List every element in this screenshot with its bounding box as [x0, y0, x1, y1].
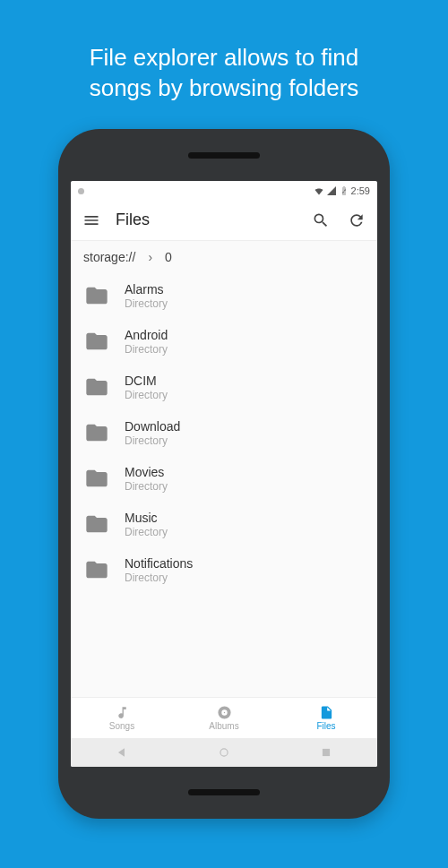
folder-icon-wrap [83, 328, 110, 355]
file-text: MoviesDirectory [125, 465, 168, 493]
folder-icon [84, 511, 109, 537]
sys-back-button[interactable] [104, 743, 140, 761]
battery-icon [339, 185, 349, 196]
file-icon [319, 705, 334, 720]
folder-icon [84, 283, 109, 308]
file-row[interactable]: NotificationsDirectory [71, 547, 377, 593]
file-text: NotificationsDirectory [125, 556, 193, 584]
file-row[interactable]: DownloadDirectory [71, 410, 377, 456]
file-subtitle: Directory [125, 297, 168, 310]
tab-label: Files [316, 721, 335, 731]
file-row[interactable]: AlarmsDirectory [71, 273, 377, 319]
tab-label: Albums [209, 721, 238, 731]
hamburger-icon [82, 211, 100, 229]
svg-point-0 [220, 749, 228, 756]
folder-icon-wrap [83, 465, 110, 492]
hamburger-menu-button[interactable] [80, 209, 103, 232]
file-name: Download [125, 419, 180, 434]
status-left [78, 185, 84, 196]
bottom-nav: Songs Albums Files [71, 697, 377, 738]
sys-recent-button[interactable] [308, 743, 344, 761]
search-icon [312, 211, 330, 229]
file-name: Android [125, 328, 168, 342]
folder-icon-wrap [83, 419, 110, 446]
breadcrumb-current: 0 [165, 250, 172, 264]
square-recent-icon [320, 746, 332, 759]
tab-files[interactable]: Files [275, 698, 377, 738]
cell-signal-icon [326, 185, 337, 196]
promo-caption: File explorer allows to find songs by br… [63, 43, 386, 104]
file-subtitle: Directory [125, 434, 180, 447]
folder-icon [84, 329, 109, 354]
page-title: Files [116, 211, 297, 229]
status-bar: 2:59 [71, 181, 377, 201]
app-bar: Files [71, 201, 377, 240]
folder-icon [84, 374, 109, 400]
status-dot-icon [78, 188, 84, 194]
folder-icon [84, 557, 109, 582]
triangle-back-icon [116, 746, 128, 759]
tab-albums[interactable]: Albums [173, 698, 275, 738]
search-button[interactable] [309, 209, 332, 232]
svg-rect-1 [323, 749, 330, 756]
folder-icon-wrap [83, 556, 110, 583]
speaker-top [188, 152, 260, 159]
folder-icon [84, 420, 109, 445]
phone-screen: 2:59 Files storage:// › 0 AlarmsDirector… [71, 181, 377, 767]
folder-icon [84, 466, 109, 491]
speaker-bottom [188, 789, 260, 795]
tab-label: Songs [109, 721, 134, 731]
file-name: Alarms [125, 282, 168, 296]
file-subtitle: Directory [125, 480, 168, 493]
file-subtitle: Directory [125, 389, 168, 401]
file-name: Notifications [125, 556, 193, 571]
folder-icon-wrap [83, 511, 110, 537]
file-row[interactable]: AndroidDirectory [71, 319, 377, 365]
file-name: Music [125, 511, 168, 525]
file-name: DCIM [125, 374, 168, 388]
file-list: AlarmsDirectoryAndroidDirectoryDCIMDirec… [71, 273, 377, 697]
file-row[interactable]: MoviesDirectory [71, 456, 377, 502]
folder-icon-wrap [83, 374, 110, 400]
music-note-icon [115, 705, 130, 720]
album-icon [217, 705, 232, 720]
chevron-right-icon: › [148, 250, 152, 264]
system-nav-bar [71, 738, 377, 767]
file-text: DownloadDirectory [125, 419, 180, 447]
file-text: AndroidDirectory [125, 328, 168, 356]
file-subtitle: Directory [125, 343, 168, 356]
file-subtitle: Directory [125, 526, 168, 538]
status-time: 2:59 [351, 185, 370, 196]
breadcrumb-root: storage:// [83, 250, 135, 264]
refresh-icon [348, 211, 366, 229]
folder-icon-wrap [83, 282, 110, 309]
file-name: Movies [125, 465, 168, 479]
file-subtitle: Directory [125, 572, 193, 584]
file-text: DCIMDirectory [125, 374, 168, 401]
status-right: 2:59 [314, 185, 370, 196]
file-text: MusicDirectory [125, 511, 168, 538]
breadcrumb[interactable]: storage:// › 0 [71, 241, 377, 273]
file-row[interactable]: DCIMDirectory [71, 365, 377, 410]
circle-home-icon [218, 746, 230, 759]
refresh-button[interactable] [345, 209, 368, 232]
tab-songs[interactable]: Songs [71, 698, 173, 738]
wifi-icon [314, 185, 324, 196]
file-text: AlarmsDirectory [125, 282, 168, 310]
sys-home-button[interactable] [206, 743, 242, 761]
file-row[interactable]: MusicDirectory [71, 502, 377, 547]
phone-frame: 2:59 Files storage:// › 0 AlarmsDirector… [58, 129, 390, 819]
